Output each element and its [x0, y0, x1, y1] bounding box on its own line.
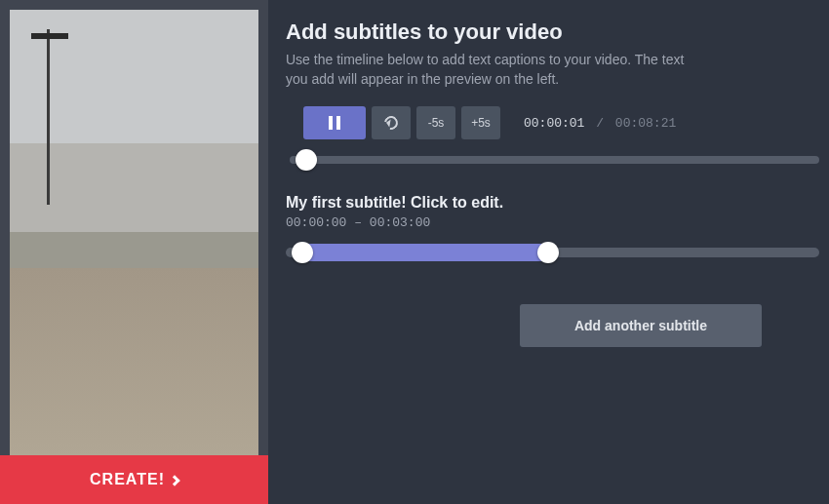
page-title: Add subtitles to your video [286, 19, 819, 45]
forward-5s-button[interactable]: +5s [461, 106, 500, 139]
subtitle-start: 00:00:00 [286, 215, 346, 230]
video-preview [10, 10, 258, 455]
video-scrubber[interactable] [290, 151, 819, 169]
playback-controls: -5s +5s 00:00:01 / 00:08:21 [286, 106, 819, 139]
total-time: 00:08:21 [615, 116, 676, 131]
right-panel: Add subtitles to your video Use the time… [268, 0, 829, 504]
create-button-label: CREATE! [90, 471, 165, 488]
timecode: 00:00:01 / 00:08:21 [524, 116, 676, 131]
restart-button[interactable] [372, 106, 411, 139]
subtitle-item: My first subtitle! Click to edit. 00:00:… [286, 194, 819, 265]
page-description: Use the timeline below to add text capti… [286, 51, 686, 89]
add-subtitle-button[interactable]: Add another subtitle [520, 304, 762, 347]
current-time: 00:00:01 [524, 116, 584, 131]
time-separator: / [596, 116, 604, 131]
chevron-right-icon [169, 475, 179, 485]
scrubber-rail [290, 156, 819, 164]
pause-icon [329, 116, 340, 130]
create-button[interactable]: CREATE! [0, 455, 268, 504]
back-5s-button[interactable]: -5s [416, 106, 455, 139]
subtitle-range-slider[interactable] [286, 240, 819, 265]
subtitle-dash: – [354, 215, 362, 230]
range-end-handle[interactable] [537, 242, 559, 263]
restart-icon [381, 113, 400, 132]
left-panel: CREATE! [0, 0, 268, 504]
subtitle-end: 00:03:00 [370, 215, 430, 230]
scrubber-handle[interactable] [296, 149, 317, 171]
pause-button[interactable] [303, 106, 366, 139]
range-fill [301, 244, 547, 261]
subtitle-text[interactable]: My first subtitle! Click to edit. [286, 194, 819, 212]
subtitle-range: 00:00:00 – 00:03:00 [286, 215, 819, 230]
